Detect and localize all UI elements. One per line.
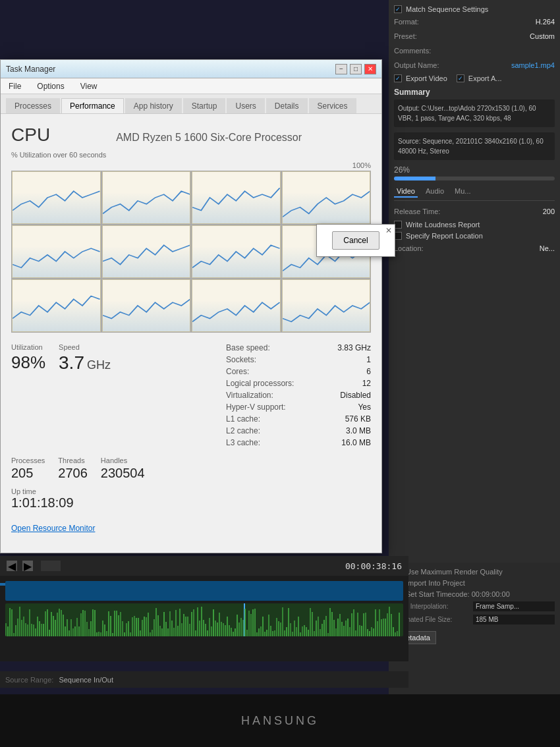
spec-l1: L1 cache: 576 KB: [226, 414, 371, 424]
speed-unit: GHz: [87, 358, 111, 372]
minimize-button[interactable]: −: [335, 64, 347, 74]
location-row: Location: Ne...: [394, 243, 555, 254]
max-quality-row[interactable]: Use Maximum Render Quality: [394, 568, 555, 576]
cpu-graph-4: [12, 225, 101, 278]
spec-logical: Logical processors: 12: [226, 379, 371, 388]
export-video-row[interactable]: ✓ Export Video ✓ Export A...: [394, 74, 555, 82]
export-video-checkbox[interactable]: ✓: [394, 74, 402, 82]
output-detail: Output: C:\User...top\Adob 2720x1530 (1.…: [398, 105, 536, 122]
cpu-graph-6: [192, 225, 281, 278]
output-name-label: Output Name:: [394, 61, 439, 69]
set-timecode-label: Set Start Timecode: 00:09:00:00: [406, 590, 510, 598]
export-audio-checkbox[interactable]: ✓: [457, 74, 464, 82]
dialog-close-icon[interactable]: ✕: [385, 226, 392, 235]
performance-content: CPU AMD Ryzen 5 1600 Six-Core Processor …: [1, 114, 381, 553]
menu-view[interactable]: View: [78, 80, 100, 92]
cpu-graph-1: [102, 171, 191, 224]
tab-processes[interactable]: Processes: [6, 98, 60, 113]
metadata-row[interactable]: Metadata: [394, 630, 555, 646]
base-speed-key: Base speed:: [226, 343, 270, 352]
maximize-button[interactable]: □: [350, 64, 362, 74]
threads-label: Threads: [58, 456, 88, 464]
spec-virtualization: Virtualization: Disabled: [226, 391, 371, 400]
set-timecode-row[interactable]: Set Start Timecode: 00:09:00:00: [394, 590, 555, 598]
tab-users[interactable]: Users: [227, 98, 264, 113]
match-sequence-label: Match Sequence Settings: [406, 5, 488, 13]
cores-val: 6: [366, 367, 371, 376]
menubar: File Options View: [1, 78, 381, 94]
utilization-stat: Utilization 98%: [11, 343, 45, 450]
threads-stat: Threads 2706: [58, 456, 88, 481]
tab-audio[interactable]: Audio: [423, 186, 447, 198]
output-name-value: sample1.mp4: [511, 61, 555, 69]
match-sequence-checkbox[interactable]: ✓: [394, 5, 402, 13]
task-manager-window: Task Manager − □ ✕ File Options View Pro…: [0, 59, 382, 553]
l2-val: 3.0 MB: [346, 426, 371, 435]
menu-options[interactable]: Options: [34, 80, 67, 92]
cancel-button[interactable]: Cancel: [332, 231, 379, 250]
l3-key: L3 cache:: [226, 438, 260, 447]
cpu-graph-2: [192, 171, 281, 224]
titlebar: Task Manager − □ ✕: [1, 60, 381, 78]
spec-sockets: Sockets: 1: [226, 355, 371, 364]
multi-stats-row: Processes 205 Threads 2706 Handles 23050…: [11, 456, 371, 481]
spec-hyperv: Hyper-V support: Yes: [226, 402, 371, 412]
release-time-value: 200: [543, 208, 555, 215]
tab-video[interactable]: Video: [394, 186, 418, 198]
brand-logo: HANSUNG: [241, 714, 319, 728]
menu-file[interactable]: File: [6, 80, 24, 92]
premiere-tabs: Video Audio Mu...: [394, 186, 555, 201]
tab-multiplexer[interactable]: Mu...: [452, 186, 473, 198]
speed-value: 3.7: [59, 352, 84, 374]
file-size-row: Estimated File Size: 185 MB: [394, 615, 555, 624]
release-time-row: Release Time: 200: [394, 206, 555, 217]
uptime-value: 1:01:18:09: [11, 495, 371, 511]
specs-panel: Base speed: 3.83 GHz Sockets: 1 Cores: 6…: [226, 343, 371, 450]
sockets-val: 1: [366, 355, 371, 364]
specify-location-row[interactable]: Specify Report Location: [394, 232, 555, 240]
tab-details[interactable]: Details: [266, 98, 308, 113]
cpu-graph-8: [12, 279, 101, 332]
processes-label: Processes: [11, 456, 45, 464]
processes-value: 205: [11, 466, 45, 481]
write-loudness-row[interactable]: Write Loudness Report: [394, 221, 555, 229]
utilization-stat-label: Utilization: [11, 343, 45, 351]
play-forward-icon[interactable]: ▶: [22, 561, 33, 571]
location-value: Ne...: [540, 244, 555, 252]
location-label: Location:: [394, 244, 424, 252]
speed-stat: Speed 3.7 GHz: [59, 343, 111, 450]
export-video-label: Export Video: [406, 74, 447, 82]
format-value: H.264: [536, 18, 555, 26]
tab-services[interactable]: Services: [309, 98, 356, 113]
play-back-icon[interactable]: ◀: [7, 561, 17, 571]
tab-app-history[interactable]: App history: [125, 98, 182, 113]
max-quality-label: Use Maximum Render Quality: [406, 568, 503, 576]
cpu-graph-10: [192, 279, 281, 332]
progress-bar-fill: [394, 177, 435, 180]
logical-key: Logical processors:: [226, 379, 294, 388]
close-button[interactable]: ✕: [364, 64, 376, 74]
import-project-label: Import Into Project: [406, 579, 465, 587]
cores-key: Cores:: [226, 367, 249, 376]
hyperv-key: Hyper-V support:: [226, 402, 286, 412]
import-project-row[interactable]: Import Into Project: [394, 579, 555, 587]
l1-val: 576 KB: [345, 414, 371, 424]
format-row: Format: H.264: [394, 16, 555, 27]
speed-display: 3.7 GHz: [59, 352, 111, 374]
resource-monitor-link[interactable]: Open Resource Monitor: [11, 524, 371, 533]
progress-label: 26%: [394, 165, 555, 175]
preset-value: Custom: [530, 32, 555, 40]
window-title: Task Manager: [6, 65, 55, 74]
spec-l2: L2 cache: 3.0 MB: [226, 426, 371, 435]
cpu-name: AMD Ryzen 5 1600 Six-Core Processor: [116, 132, 302, 144]
source-summary: Source: Sequence, 202101C 3840x2160 (1.0…: [394, 132, 555, 160]
match-sequence-row[interactable]: ✓ Match Sequence Settings: [394, 5, 555, 13]
output-name-row: Output Name: sample1.mp4: [394, 60, 555, 70]
tab-startup[interactable]: Startup: [183, 98, 226, 113]
cpu-graph-3: [282, 171, 371, 224]
premiere-panel: ✓ Match Sequence Settings Format: H.264 …: [389, 0, 560, 573]
spec-cores: Cores: 6: [226, 367, 371, 376]
handles-stat: Handles 230504: [101, 456, 145, 481]
tab-performance[interactable]: Performance: [61, 98, 124, 113]
format-label: Format:: [394, 18, 419, 26]
